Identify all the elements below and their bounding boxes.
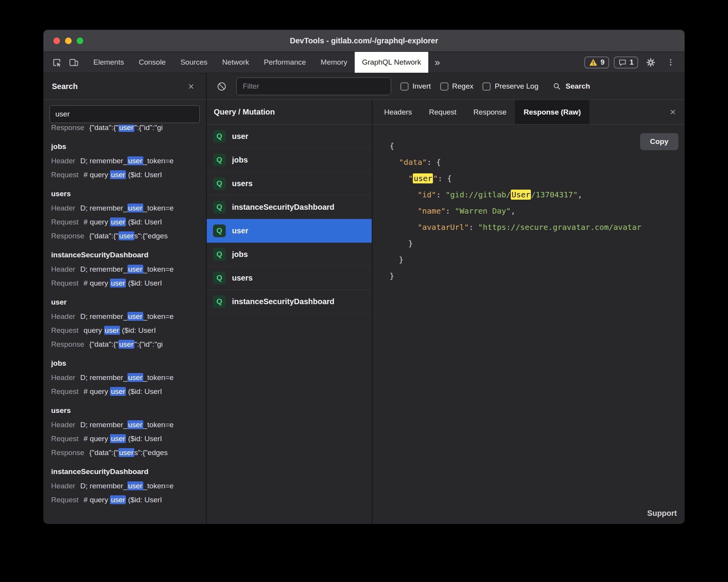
response-tab-headers[interactable]: Headers [376, 100, 421, 124]
text-segment: ($id: UserI [126, 171, 162, 179]
minimize-window-button[interactable] [65, 38, 72, 44]
query-list-item[interactable]: Quser [207, 219, 372, 243]
zoom-window-button[interactable] [77, 38, 83, 44]
search-match-highlight: User [511, 190, 531, 200]
search-result-label: Header [51, 157, 75, 165]
devtools-tab-console[interactable]: Console [131, 52, 173, 73]
kebab-menu-button[interactable] [663, 55, 678, 70]
search-result-title[interactable]: jobs [51, 139, 198, 154]
devtools-tab-performance[interactable]: Performance [256, 52, 313, 73]
regex-checkbox[interactable] [440, 82, 448, 91]
text-segment: " [433, 174, 438, 183]
device-toolbar-button[interactable] [66, 55, 81, 70]
response-tabbar: HeadersRequestResponseResponse (Raw) [373, 100, 685, 125]
search-result-text: D; remember_user_token=e [80, 156, 173, 165]
search-result-line[interactable]: Request# query user ($id: UserI [51, 385, 198, 399]
search-result-line[interactable]: HeaderD; remember_user_token=e [51, 310, 198, 324]
search-result-title[interactable]: jobs [51, 356, 198, 371]
query-list-item[interactable]: QinstanceSecurityDashboard [207, 195, 372, 219]
search-result-label: Header [51, 265, 75, 273]
devtools-tab-strip: ElementsConsoleSourcesNetworkPerformance… [86, 52, 428, 73]
search-result-text: D; remember_user_token=e [80, 265, 173, 274]
close-response-panel-button[interactable] [661, 100, 685, 124]
search-result-label: Response [51, 448, 84, 457]
search-toggle-button[interactable]: Search [552, 82, 590, 91]
query-label: users [232, 179, 252, 188]
text-segment: {"data":{" [89, 232, 118, 240]
text-segment: _token=e [143, 157, 174, 165]
response-tab-response-raw[interactable]: Response (Raw) [515, 100, 589, 124]
search-result-line[interactable]: HeaderD; remember_user_token=e [51, 154, 198, 168]
search-result-line[interactable]: Response{"data":{"users":{"edges [51, 229, 198, 243]
query-list-item[interactable]: QinstanceSecurityDashboard [207, 290, 372, 313]
filter-input[interactable] [236, 77, 391, 95]
search-result-line[interactable]: Request# query user ($id: UserI [51, 168, 198, 182]
search-result-label: Request [51, 496, 79, 504]
search-match-highlight: user [127, 156, 143, 165]
query-list-item[interactable]: Qjobs [207, 148, 372, 172]
search-result-line[interactable]: HeaderD; remember_user_token=e [51, 479, 198, 493]
more-tabs-chevron[interactable]: » [428, 52, 446, 73]
search-result-line[interactable]: Request# query user ($id: UserI [51, 432, 198, 446]
search-result-text: {"data":{"user":{"id":"gi [89, 125, 163, 132]
messages-badge[interactable]: 1 [614, 56, 638, 68]
search-input[interactable] [50, 105, 200, 123]
devtools-tab-sources[interactable]: Sources [173, 52, 215, 73]
devtools-tab-network[interactable]: Network [215, 52, 257, 73]
search-result-title[interactable]: instanceSecurityDashboard [51, 248, 198, 262]
close-search-panel-button[interactable] [184, 80, 197, 93]
inspect-element-button[interactable] [49, 55, 64, 70]
search-result-line[interactable]: HeaderD; remember_user_token=e [51, 371, 198, 385]
search-result-line[interactable]: Request# query user ($id: UserI [51, 215, 198, 229]
query-list-item[interactable]: Qjobs [207, 243, 372, 266]
devtools-tab-graphql-network[interactable]: GraphQL Network [355, 52, 428, 73]
search-result-line[interactable]: HeaderD; remember_user_token=e [51, 201, 198, 215]
response-tab-response[interactable]: Response [465, 100, 515, 124]
query-list-item[interactable]: Qusers [207, 266, 372, 290]
search-icon [552, 82, 561, 91]
search-match-highlight: user [413, 173, 433, 183]
search-result-line[interactable]: Requestquery user ($id: UserI [51, 324, 198, 337]
json-line: "avatarUrl": "https://secure.gravatar.co… [390, 219, 677, 235]
text-segment: D; remember_ [80, 421, 127, 429]
search-result-label: Request [51, 326, 79, 334]
invert-checkbox[interactable] [400, 82, 409, 91]
clear-network-log-button[interactable] [214, 79, 229, 94]
query-list-item[interactable]: Qusers [207, 172, 372, 195]
copy-button[interactable]: Copy [640, 133, 679, 150]
search-match-highlight: user [110, 217, 126, 226]
support-link[interactable]: Support [647, 509, 677, 518]
search-panel-header: Search [43, 73, 206, 100]
devtools-tab-memory[interactable]: Memory [313, 52, 355, 73]
search-result-line[interactable]: Response{"data":{"users":{"edges [51, 446, 198, 460]
search-result-title[interactable]: instanceSecurityDashboard [51, 464, 198, 479]
search-result-line[interactable]: Response{"data":{"user":{"id":"gi [51, 125, 198, 135]
text-segment: _token=e [143, 265, 174, 273]
warnings-badge[interactable]: 9 [584, 56, 609, 68]
search-result-line[interactable]: Request# query user ($id: UserI [51, 493, 198, 507]
search-result-line[interactable]: HeaderD; remember_user_token=e [51, 418, 198, 432]
search-result-label: Header [51, 204, 75, 212]
response-tab-request[interactable]: Request [421, 100, 465, 124]
search-result-line[interactable]: Response{"data":{"user":{"id":"gi [51, 337, 198, 351]
devtools-tab-elements[interactable]: Elements [86, 52, 131, 73]
text-segment: { [447, 174, 452, 183]
search-result-title[interactable]: users [51, 403, 198, 418]
query-list-item[interactable]: Quser [207, 125, 372, 148]
search-result-title[interactable]: users [51, 187, 198, 201]
text-segment: # query [84, 387, 110, 395]
search-result-title[interactable]: user [51, 295, 198, 310]
settings-gear-button[interactable] [643, 55, 658, 70]
gear-icon [646, 58, 656, 67]
search-result-group: usersHeaderD; remember_user_token=eReque… [51, 187, 198, 243]
content-row: Query / Mutation QuserQjobsQusersQinstan… [207, 100, 685, 524]
preserve-log-checkbox[interactable] [482, 82, 491, 91]
filter-bar: Invert Regex Preserve Log Searc [207, 73, 685, 100]
search-result-line[interactable]: Request# query user ($id: UserI [51, 276, 198, 290]
text-segment: s":{"edges [134, 232, 168, 240]
search-result-line[interactable]: HeaderD; remember_user_token=e [51, 262, 198, 276]
close-window-button[interactable] [53, 38, 60, 44]
text-segment [390, 190, 417, 199]
regex-label: Regex [452, 82, 474, 91]
text-segment: _token=e [143, 204, 174, 212]
